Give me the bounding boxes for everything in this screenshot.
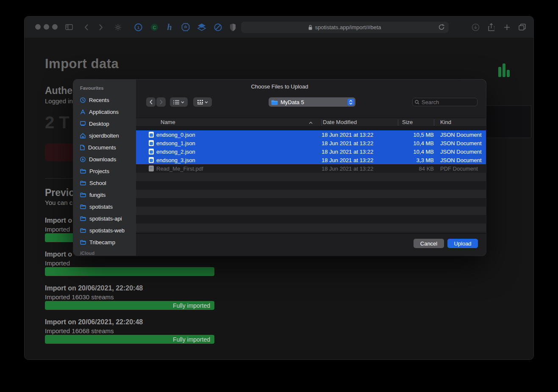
- file-date: 18 Jun 2021 at 13:22: [322, 132, 398, 138]
- file-picker-dialog: Choose Files to Upload Favourites Recent…: [73, 80, 486, 256]
- empty-row-stripe: [136, 181, 486, 190]
- page-title: Import data: [45, 56, 119, 72]
- file-size: 10,4 MB: [398, 140, 434, 146]
- file-date: 18 Jun 2021 at 13:22: [322, 157, 398, 163]
- extension-onepassword-icon[interactable]: 1: [134, 22, 142, 32]
- extension-shield-icon[interactable]: [229, 22, 236, 32]
- pdf-file-icon: [149, 166, 156, 171]
- file-size: 10,4 MB: [398, 149, 434, 155]
- sidebar-item-tribecamp[interactable]: Tribecamp: [80, 238, 115, 246]
- settings-gear-icon[interactable]: [114, 22, 122, 32]
- stat-text: 2 T: [45, 113, 69, 132]
- icloud-section-label: iCloud: [80, 251, 94, 256]
- table-row[interactable]: Read_Me_First.pdf18 Jun 2021 at 13:2284 …: [136, 164, 486, 173]
- table-row[interactable]: endsong_3.json18 Jun 2021 at 13:223,3 MB…: [136, 156, 486, 164]
- minimize-window-button[interactable]: [44, 24, 49, 30]
- sidebar-item-documents[interactable]: Documents: [80, 143, 116, 152]
- chevron-down-icon: [181, 101, 184, 103]
- extension-block-icon[interactable]: [213, 22, 222, 32]
- sidebar-item-desktop[interactable]: Desktop: [80, 119, 109, 128]
- upload-button[interactable]: Upload: [447, 239, 478, 248]
- table-row[interactable]: endsong_0.json18 Jun 2021 at 13:2210,5 M…: [136, 130, 486, 139]
- sidebar-item-projects[interactable]: Projects: [80, 167, 109, 175]
- dialog-back-button[interactable]: [146, 97, 155, 107]
- sidebar-item-label: Downloads: [89, 156, 116, 163]
- search-field[interactable]: Search: [412, 98, 477, 106]
- folder-icon: [271, 99, 278, 105]
- location-dropdown[interactable]: MyData 5: [269, 97, 355, 107]
- column-header-name[interactable]: Name: [161, 119, 175, 125]
- clock-icon: [80, 97, 86, 103]
- sidebar-toggle-icon[interactable]: [65, 22, 73, 32]
- file-name: endsong_2.json: [156, 149, 322, 155]
- dialog-forward-button[interactable]: [156, 97, 166, 107]
- file-kind: PDF Document: [434, 166, 486, 172]
- tab-overview-icon[interactable]: [519, 22, 526, 32]
- column-header-size[interactable]: Size: [402, 119, 413, 125]
- sidebar-item-fungits[interactable]: fungits: [80, 190, 105, 199]
- empty-row-stripe: [136, 224, 486, 232]
- json-file-icon: [149, 157, 156, 163]
- browser-toolbar: 1 C h spotistats.app/import/#beta: [25, 17, 533, 38]
- close-window-button[interactable]: [35, 24, 41, 30]
- import-title: Import on 20/06/2021, 22:20:48: [45, 318, 143, 326]
- empty-row-stripe: [136, 173, 486, 181]
- import-status-badge: Fully imported: [173, 336, 210, 343]
- sidebar-item-label: Desktop: [89, 121, 109, 127]
- import-title: Import on 20/06/2021, 22:20:48: [45, 284, 143, 292]
- sidebar-item-downloads[interactable]: Downloads: [80, 155, 116, 163]
- file-name: endsong_1.json: [156, 140, 322, 146]
- sidebar-item-spotistats-web[interactable]: spotistats-web: [80, 226, 125, 235]
- file-name: Read_Me_First.pdf: [156, 166, 322, 172]
- table-row[interactable]: endsong_1.json18 Jun 2021 at 13:2210,4 M…: [136, 139, 486, 147]
- sidebar-item-label: spotistats-api: [89, 215, 122, 222]
- back-button[interactable]: [84, 22, 88, 32]
- extension-honey-icon[interactable]: h: [166, 22, 173, 32]
- downloads-icon[interactable]: [472, 22, 480, 32]
- group-view-button[interactable]: [193, 97, 212, 107]
- sidebar-item-school[interactable]: School: [80, 179, 106, 187]
- sidebar-item-label: sjoerdbolten: [89, 133, 119, 139]
- import-subtitle: Imported 16068 streams: [45, 327, 114, 334]
- sidebar-item-label: Recents: [89, 97, 109, 103]
- download-icon: [80, 157, 86, 162]
- desktop-icon: [80, 121, 86, 126]
- lock-icon: [308, 25, 312, 30]
- extension-blocker-hand-icon[interactable]: [181, 22, 190, 32]
- forward-button[interactable]: [99, 22, 103, 32]
- search-placeholder: Search: [422, 99, 439, 105]
- sidebar-item-spotistats[interactable]: spotistats: [80, 202, 113, 211]
- table-row[interactable]: endsong_2.json18 Jun 2021 at 13:2210,4 M…: [136, 147, 486, 156]
- sidebar-item-sjoerdbolten[interactable]: sjoerdbolten: [80, 131, 119, 140]
- import-title: Import o: [45, 251, 72, 258]
- share-icon[interactable]: [488, 22, 494, 32]
- apps-icon: [80, 109, 86, 115]
- import-subtitle: Imported 16030 streams: [45, 293, 114, 301]
- browser-window: 1 C h spotistats.app/import/#beta: [24, 16, 534, 360]
- sidebar-item-spotistats-api[interactable]: spotistats-api: [80, 214, 122, 223]
- file-kind: JSON Document: [434, 140, 486, 146]
- sidebar-item-applications[interactable]: Applications: [80, 108, 119, 116]
- extension-grammarly-icon[interactable]: C: [150, 22, 158, 32]
- empty-row-stripe: [136, 190, 486, 198]
- folder-icon: [80, 193, 86, 197]
- file-kind: JSON Document: [434, 157, 486, 163]
- import-progress-bar: [45, 267, 214, 276]
- zoom-window-button[interactable]: [52, 24, 58, 30]
- sidebar-item-recents[interactable]: Recents: [80, 96, 109, 104]
- new-tab-icon[interactable]: [504, 22, 510, 32]
- column-header-kind[interactable]: Kind: [440, 119, 451, 125]
- cancel-button[interactable]: Cancel: [414, 239, 444, 248]
- file-size: 10,5 MB: [398, 132, 434, 138]
- import-subtitle: Imported: [45, 259, 70, 267]
- address-bar[interactable]: spotistats.app/import/#beta: [241, 22, 449, 33]
- import-progress-bar: Fully imported: [45, 301, 214, 310]
- column-header-date[interactable]: Date Modified: [323, 119, 357, 125]
- folder-icon: [80, 240, 86, 245]
- extension-layers-icon[interactable]: [197, 22, 206, 32]
- empty-row-stripe: [136, 207, 486, 215]
- search-icon: [415, 100, 419, 105]
- import-entry: Import on 20/06/2021, 22:20:48Imported 1…: [45, 284, 214, 310]
- reload-icon[interactable]: [439, 24, 444, 30]
- list-view-button[interactable]: [170, 97, 188, 107]
